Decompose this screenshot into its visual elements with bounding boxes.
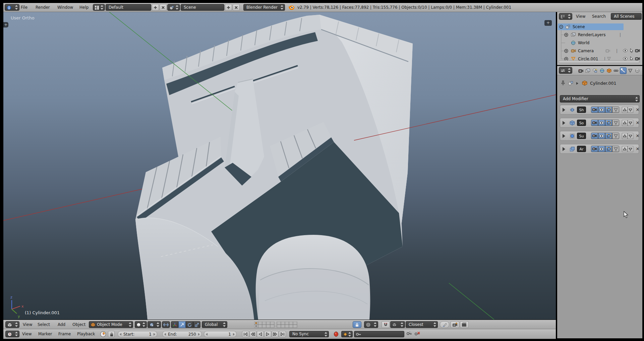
toggle-cage[interactable] <box>612 146 619 152</box>
menu-timeline-marker[interactable]: Marker <box>38 330 52 339</box>
current-frame-field[interactable]: 1 <box>204 331 237 337</box>
tab-scene[interactable] <box>592 67 598 74</box>
modifier-row-shrinkwrap[interactable]: Sh ✕ <box>560 105 639 115</box>
scene-browse-button[interactable] <box>167 4 180 11</box>
move-modifier-down-button[interactable] <box>628 133 633 139</box>
toggle-cage[interactable] <box>612 133 619 139</box>
toggle-render[interactable] <box>591 133 598 139</box>
move-modifier-down-button[interactable] <box>628 146 633 152</box>
tab-object[interactable] <box>606 67 612 74</box>
manipulator-axes-button[interactable] <box>171 321 178 328</box>
menu-file[interactable]: File <box>21 3 27 12</box>
expand-triangle-icon[interactable] <box>563 147 565 151</box>
outliner-row-camera[interactable]: Camera | <box>557 48 642 54</box>
modifier-row-array[interactable]: Ar ✕ <box>560 144 639 154</box>
tab-material[interactable] <box>634 67 641 74</box>
editor-type-timeline-button[interactable] <box>5 331 19 337</box>
outliner-filter-dropdown[interactable]: All Scenes <box>611 13 642 20</box>
move-modifier-up-button[interactable] <box>622 120 628 126</box>
visibility-eye-icon[interactable] <box>623 49 628 52</box>
menu-render[interactable]: Render <box>36 3 50 12</box>
selectability-cursor-icon[interactable] <box>630 48 634 53</box>
viewport-3d[interactable]: z x y User Ortho (1) Cylinder.001 + + <box>3 12 556 320</box>
toggle-editmode[interactable] <box>605 133 612 139</box>
render-opengl-button[interactable] <box>451 321 459 328</box>
move-modifier-down-button[interactable] <box>628 107 633 113</box>
modifier-row-solidify[interactable]: So ✕ <box>560 118 639 128</box>
snap-peel-button[interactable] <box>440 321 449 328</box>
collapse-icon[interactable] <box>559 25 563 29</box>
snap-toggle-button[interactable] <box>382 321 390 328</box>
auto-keyframe-button[interactable] <box>333 331 339 338</box>
pivot-point-dropdown[interactable] <box>148 321 161 328</box>
snap-element-dropdown[interactable] <box>390 321 405 328</box>
add-scene-button[interactable] <box>225 4 232 11</box>
editor-type-outliner-button[interactable] <box>559 13 572 20</box>
move-modifier-up-button[interactable] <box>622 107 628 113</box>
toggle-viewport[interactable] <box>598 120 605 126</box>
menu-view3d-select[interactable]: Select <box>38 320 50 329</box>
toggle-editmode[interactable] <box>605 107 612 113</box>
toggle-render[interactable] <box>591 107 598 113</box>
scene-breadcrumb-icon[interactable] <box>568 81 573 85</box>
tab-constraints[interactable] <box>613 67 620 74</box>
render-opengl-anim-button[interactable] <box>460 321 469 328</box>
scene-name-field[interactable]: Scene <box>181 4 224 11</box>
toggle-viewport[interactable] <box>598 107 605 113</box>
modifier-row-subsurf[interactable]: Su ✕ <box>560 131 639 141</box>
play-reverse-button[interactable] <box>257 331 264 337</box>
toggle-cage[interactable] <box>612 107 619 113</box>
frame-start-field[interactable]: Start: 1 <box>118 331 157 337</box>
delete-keyframe-button[interactable] <box>414 331 420 338</box>
add-layout-button[interactable] <box>152 4 159 11</box>
use-preview-range-button[interactable] <box>100 331 106 339</box>
menu-help[interactable]: Help <box>79 3 89 12</box>
jump-to-end-button[interactable] <box>279 331 286 337</box>
tab-world[interactable] <box>599 67 605 74</box>
outliner-row-world[interactable]: World <box>557 40 642 46</box>
menu-timeline-playback[interactable]: Playback <box>77 330 95 339</box>
object-cube-icon[interactable] <box>582 80 587 86</box>
modifier-name-field[interactable]: So <box>577 120 586 126</box>
keying-set-type-dropdown[interactable] <box>341 331 353 337</box>
expand-triangle-icon[interactable] <box>563 121 565 125</box>
expand-icon[interactable] <box>564 49 568 53</box>
delete-modifier-button[interactable]: ✕ <box>635 146 640 152</box>
jump-prev-keyframe-button[interactable] <box>249 331 256 337</box>
camera-data-icon[interactable] <box>605 49 610 53</box>
move-modifier-down-button[interactable] <box>628 120 633 126</box>
frame-end-field[interactable]: End: 250 <box>162 331 202 337</box>
visibility-eye-icon[interactable] <box>623 57 628 60</box>
modifier-name-field[interactable]: Ar <box>577 146 586 152</box>
tab-object-data[interactable] <box>627 67 634 74</box>
jump-next-keyframe-button[interactable] <box>272 331 279 337</box>
editor-type-info-button[interactable] <box>5 4 19 11</box>
delete-modifier-button[interactable]: ✕ <box>635 133 640 139</box>
toggle-viewport[interactable] <box>598 133 605 139</box>
proportional-edit-dropdown[interactable] <box>364 321 378 328</box>
manipulator-rotate-button[interactable] <box>186 321 193 328</box>
outliner-hscrollbar[interactable] <box>559 60 640 63</box>
editor-type-properties-button[interactable] <box>559 67 572 74</box>
lock-to-scene-button[interactable] <box>353 321 361 328</box>
menu-view3d-view[interactable]: View <box>23 320 32 329</box>
expand-triangle-icon[interactable] <box>563 108 565 112</box>
properties-region-expand-tab[interactable]: + <box>544 20 552 26</box>
pin-icon[interactable] <box>561 80 566 86</box>
modifier-name-field[interactable]: Su <box>577 133 586 139</box>
move-modifier-up-button[interactable] <box>622 146 628 152</box>
menu-timeline-view[interactable]: View <box>22 330 32 339</box>
move-modifier-up-button[interactable] <box>622 133 628 139</box>
toolshelf-expand-tab[interactable]: + <box>3 22 8 27</box>
editor-type-3dview-button[interactable] <box>5 321 19 328</box>
manipulator-translate-button[interactable] <box>178 321 186 328</box>
toggle-editmode[interactable] <box>605 146 612 152</box>
add-modifier-dropdown[interactable]: Add Modifier <box>560 95 640 103</box>
screen-layout-browse-button[interactable] <box>93 4 105 11</box>
delete-modifier-button[interactable]: ✕ <box>635 120 640 126</box>
jump-to-start-button[interactable] <box>242 331 249 337</box>
breadcrumb-object-name[interactable]: Cylinder.001 <box>590 81 616 86</box>
menu-window[interactable]: Window <box>57 3 73 12</box>
layers-widget[interactable] <box>254 322 300 329</box>
screen-layout-name-field[interactable]: Default <box>106 4 151 11</box>
